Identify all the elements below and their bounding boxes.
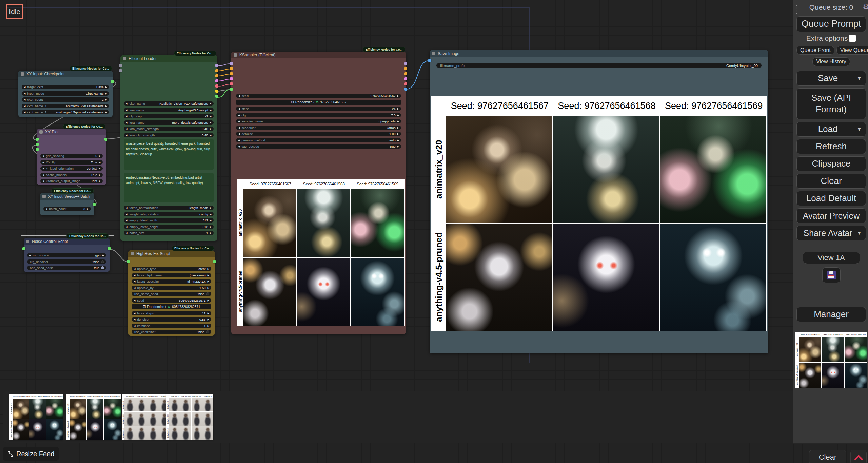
widget-batch_count[interactable]: ◀batch_count3▶ xyxy=(43,207,91,211)
increment-arrow-icon[interactable]: ▶ xyxy=(105,104,107,108)
widget-seed[interactable]: ◀seed97627656461567▶ xyxy=(236,94,401,98)
increment-arrow-icon[interactable]: ▶ xyxy=(105,97,107,102)
SCRIPT-slot[interactable] xyxy=(213,260,216,263)
widget-empty_latent_width[interactable]: ◀empty_latent_width512▶ xyxy=(124,218,214,223)
decrement-arrow-icon[interactable]: ◀ xyxy=(45,207,47,211)
decrement-arrow-icon[interactable]: ◀ xyxy=(126,120,127,125)
negative-prompt[interactable]: embedding:EasyNegative.pt, embedding:bad… xyxy=(124,173,214,202)
randomize-button[interactable]: ⚄Randomize /♻605473268262571 xyxy=(132,304,211,309)
decrement-arrow-icon[interactable]: ◀ xyxy=(24,104,25,108)
widget-XY_flip[interactable]: ◀XY_flipTrue▶ xyxy=(40,160,103,165)
decrement-arrow-icon[interactable]: ◀ xyxy=(29,253,31,257)
decrement-arrow-icon[interactable]: ◀ xyxy=(42,154,44,158)
node-xy-input-checkpoint[interactable]: Efficiency Nodes for Co... XY Input: Che… xyxy=(18,71,113,117)
decrement-arrow-icon[interactable]: ◀ xyxy=(134,273,135,277)
chevron-down-icon[interactable]: ▼ xyxy=(857,230,864,236)
node-title[interactable]: XY Input: Seeds++ Batch xyxy=(40,193,94,200)
Y-slot[interactable] xyxy=(36,148,39,151)
widget-cfg_denoiser[interactable]: cfg_denoiserfalse xyxy=(27,259,106,264)
increment-arrow-icon[interactable]: ▶ xyxy=(210,231,212,235)
decrement-arrow-icon[interactable]: ◀ xyxy=(238,94,240,98)
CONDITIONING-minus-slot[interactable] xyxy=(215,74,218,77)
widget-denoise[interactable]: ◀denoise1.00▶ xyxy=(236,132,401,136)
positive-slot[interactable] xyxy=(230,67,233,70)
increment-arrow-icon[interactable]: ▶ xyxy=(208,267,209,271)
randomize-button[interactable]: ⚄Randomize /♻97627656461567 xyxy=(236,100,401,105)
X-or-Y-slot[interactable] xyxy=(93,203,96,206)
decrement-arrow-icon[interactable]: ◀ xyxy=(238,132,240,136)
widget-vae_decode[interactable]: ◀vae_decodetrue▶ xyxy=(236,144,401,149)
decrement-arrow-icon[interactable]: ◀ xyxy=(126,218,127,223)
view-1a-button[interactable]: View 1A xyxy=(803,252,860,264)
refresh-button[interactable]: Refresh xyxy=(796,139,866,154)
increment-arrow-icon[interactable]: ▶ xyxy=(208,273,209,277)
node-noise-control-script[interactable]: Efficiency Nodes for Co... Noise Control… xyxy=(24,238,110,272)
cnet_stack-slot[interactable] xyxy=(119,69,122,72)
X-slot[interactable] xyxy=(111,80,114,83)
node-title[interactable]: Noise Control Script xyxy=(24,238,110,245)
increment-arrow-icon[interactable]: ▶ xyxy=(99,173,101,177)
widget-token_normalization[interactable]: ◀token_normalizationlength+mean▶ xyxy=(124,206,214,210)
script-slot[interactable] xyxy=(22,247,25,250)
widget-ckpt_name_2[interactable]: ◀ckpt_name_2anything-v4.5-pruned.safeten… xyxy=(22,110,109,114)
increment-arrow-icon[interactable]: ▶ xyxy=(99,160,101,165)
increment-arrow-icon[interactable]: ▶ xyxy=(397,119,399,123)
VAE-slot[interactable] xyxy=(404,82,407,85)
decrement-arrow-icon[interactable]: ◀ xyxy=(42,173,44,177)
node-title[interactable]: XY Input: Checkpoint xyxy=(18,71,113,77)
optional_vae-slot[interactable] xyxy=(230,82,233,85)
increment-arrow-icon[interactable]: ▶ xyxy=(397,138,399,142)
increment-arrow-icon[interactable]: ▶ xyxy=(397,94,399,98)
widget-add_seed_noise[interactable]: add_seed_noisetrue xyxy=(27,266,106,270)
decrement-arrow-icon[interactable]: ◀ xyxy=(134,317,135,322)
decrement-arrow-icon[interactable]: ◀ xyxy=(126,133,127,137)
widget-ksampler_output_image[interactable]: ◀ksampler_output_imagePlot▶ xyxy=(40,179,103,183)
SCRIPT-slot[interactable] xyxy=(108,247,111,250)
images-slot[interactable] xyxy=(428,59,431,62)
MODEL-slot[interactable] xyxy=(404,62,407,65)
increment-arrow-icon[interactable]: ▶ xyxy=(210,127,212,131)
widget-upscale_by[interactable]: ◀upscale_by1.50▶ xyxy=(132,286,211,290)
decrement-arrow-icon[interactable]: ◀ xyxy=(42,166,44,171)
gear-icon[interactable]: ⚙ xyxy=(863,3,868,12)
avatar-preview-button[interactable]: Avatar Preview xyxy=(796,208,866,223)
decrement-arrow-icon[interactable]: ◀ xyxy=(24,97,25,102)
widget-cache_models[interactable]: ◀cache_modelsTrue▶ xyxy=(40,173,103,177)
widget-latent_upscaler[interactable]: ◀latent_upscalerttl_nn.SD 1.x▶ xyxy=(132,279,211,284)
decrement-arrow-icon[interactable]: ◀ xyxy=(134,267,135,271)
feed-collapse-button[interactable] xyxy=(850,450,867,463)
node-efficient-loader[interactable]: Efficiency Nodes for Co... Efficient Loa… xyxy=(120,55,217,241)
widget-scheduler[interactable]: ◀schedulerkarras▶ xyxy=(236,126,401,130)
widget-filename_prefix[interactable]: filename_prefixComfyUI\xyplot_00 xyxy=(436,63,762,68)
comfyui-canvas[interactable]: Efficiency Nodes for Co... XY Input: Che… xyxy=(0,0,868,463)
increment-arrow-icon[interactable]: ▶ xyxy=(87,207,89,211)
widget-sampler_name[interactable]: ◀sampler_namedpmpp_sde▶ xyxy=(236,119,401,123)
increment-arrow-icon[interactable]: ▶ xyxy=(210,108,212,112)
node-title[interactable]: HighRes-Fix Script xyxy=(128,250,215,257)
image-feed-bar[interactable]: Seed: 97627656461567Seed: 97627656461568… xyxy=(3,391,823,443)
widget-use_controlnet[interactable]: use_controlnetfalse xyxy=(132,330,211,334)
increment-arrow-icon[interactable]: ▶ xyxy=(208,286,209,290)
decrement-arrow-icon[interactable]: ◀ xyxy=(126,212,127,216)
toggle-dot[interactable] xyxy=(206,330,209,333)
queue-front-button[interactable]: Queue Front xyxy=(796,46,834,55)
widget-denoise[interactable]: ◀denoise0.56▶ xyxy=(132,317,211,322)
decrement-arrow-icon[interactable]: ◀ xyxy=(238,126,240,130)
node-title[interactable]: Efficient Loader xyxy=(120,55,217,62)
CONDITIONING-minus-slot[interactable] xyxy=(404,72,407,75)
decrement-arrow-icon[interactable]: ◀ xyxy=(134,279,135,284)
save-button[interactable]: Save ▼ xyxy=(796,71,866,86)
view-queue-button[interactable]: View Queue xyxy=(836,46,868,55)
decrement-arrow-icon[interactable]: ◀ xyxy=(42,179,44,183)
widget-target_ckpt[interactable]: ◀target_ckptBase▶ xyxy=(22,85,109,89)
decrement-arrow-icon[interactable]: ◀ xyxy=(126,231,127,235)
widget-lora_clip_strength[interactable]: ◀lora_clip_strength0.40▶ xyxy=(124,133,214,137)
widget-hires_steps[interactable]: ◀hires_steps12▶ xyxy=(132,311,211,315)
feed-clear-button[interactable]: Clear xyxy=(809,450,846,463)
widget-cfg[interactable]: ◀cfg7.0▶ xyxy=(236,113,401,117)
view-history-button[interactable]: View History xyxy=(812,57,850,66)
model-slot[interactable] xyxy=(230,62,233,65)
load-button[interactable]: Load ▼ xyxy=(796,122,866,137)
increment-arrow-icon[interactable]: ▶ xyxy=(210,225,212,229)
latent_image-slot[interactable] xyxy=(230,77,233,80)
